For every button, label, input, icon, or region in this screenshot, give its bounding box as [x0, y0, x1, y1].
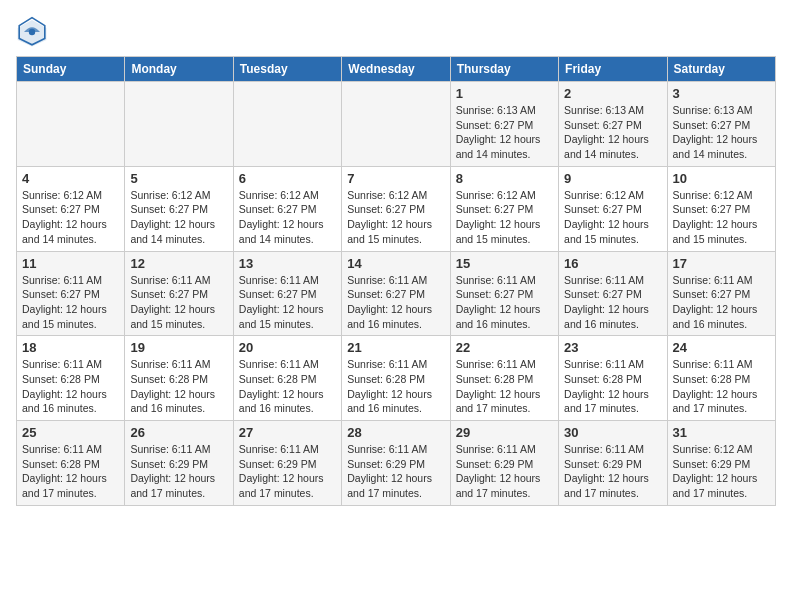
day-number: 18: [22, 340, 119, 355]
calendar-cell: [125, 82, 233, 167]
day-info: Sunrise: 6:12 AM Sunset: 6:27 PM Dayligh…: [347, 188, 444, 247]
day-info: Sunrise: 6:11 AM Sunset: 6:28 PM Dayligh…: [564, 357, 661, 416]
day-info: Sunrise: 6:12 AM Sunset: 6:27 PM Dayligh…: [22, 188, 119, 247]
calendar-cell: 15Sunrise: 6:11 AM Sunset: 6:27 PM Dayli…: [450, 251, 558, 336]
calendar-week-row: 18Sunrise: 6:11 AM Sunset: 6:28 PM Dayli…: [17, 336, 776, 421]
day-of-week-header: Saturday: [667, 57, 775, 82]
day-number: 7: [347, 171, 444, 186]
day-number: 2: [564, 86, 661, 101]
day-of-week-header: Monday: [125, 57, 233, 82]
calendar-cell: 6Sunrise: 6:12 AM Sunset: 6:27 PM Daylig…: [233, 166, 341, 251]
day-info: Sunrise: 6:11 AM Sunset: 6:28 PM Dayligh…: [456, 357, 553, 416]
day-number: 12: [130, 256, 227, 271]
calendar-cell: 7Sunrise: 6:12 AM Sunset: 6:27 PM Daylig…: [342, 166, 450, 251]
day-number: 27: [239, 425, 336, 440]
day-info: Sunrise: 6:11 AM Sunset: 6:28 PM Dayligh…: [673, 357, 770, 416]
calendar-cell: 14Sunrise: 6:11 AM Sunset: 6:27 PM Dayli…: [342, 251, 450, 336]
calendar-cell: 5Sunrise: 6:12 AM Sunset: 6:27 PM Daylig…: [125, 166, 233, 251]
day-info: Sunrise: 6:11 AM Sunset: 6:27 PM Dayligh…: [456, 273, 553, 332]
logo: [16, 16, 54, 48]
calendar-cell: 2Sunrise: 6:13 AM Sunset: 6:27 PM Daylig…: [559, 82, 667, 167]
page-header: [16, 16, 776, 48]
day-info: Sunrise: 6:11 AM Sunset: 6:28 PM Dayligh…: [22, 357, 119, 416]
calendar-cell: 22Sunrise: 6:11 AM Sunset: 6:28 PM Dayli…: [450, 336, 558, 421]
day-number: 1: [456, 86, 553, 101]
day-info: Sunrise: 6:11 AM Sunset: 6:29 PM Dayligh…: [564, 442, 661, 501]
day-number: 23: [564, 340, 661, 355]
day-info: Sunrise: 6:12 AM Sunset: 6:29 PM Dayligh…: [673, 442, 770, 501]
day-info: Sunrise: 6:11 AM Sunset: 6:27 PM Dayligh…: [130, 273, 227, 332]
calendar-cell: 20Sunrise: 6:11 AM Sunset: 6:28 PM Dayli…: [233, 336, 341, 421]
day-info: Sunrise: 6:11 AM Sunset: 6:27 PM Dayligh…: [673, 273, 770, 332]
day-info: Sunrise: 6:13 AM Sunset: 6:27 PM Dayligh…: [673, 103, 770, 162]
day-info: Sunrise: 6:12 AM Sunset: 6:27 PM Dayligh…: [239, 188, 336, 247]
calendar-cell: 30Sunrise: 6:11 AM Sunset: 6:29 PM Dayli…: [559, 421, 667, 506]
calendar-cell: 17Sunrise: 6:11 AM Sunset: 6:27 PM Dayli…: [667, 251, 775, 336]
day-number: 19: [130, 340, 227, 355]
calendar-cell: 3Sunrise: 6:13 AM Sunset: 6:27 PM Daylig…: [667, 82, 775, 167]
day-info: Sunrise: 6:11 AM Sunset: 6:29 PM Dayligh…: [130, 442, 227, 501]
day-number: 17: [673, 256, 770, 271]
day-number: 20: [239, 340, 336, 355]
day-info: Sunrise: 6:13 AM Sunset: 6:27 PM Dayligh…: [564, 103, 661, 162]
svg-point-2: [29, 29, 35, 35]
day-info: Sunrise: 6:11 AM Sunset: 6:28 PM Dayligh…: [239, 357, 336, 416]
day-info: Sunrise: 6:11 AM Sunset: 6:27 PM Dayligh…: [347, 273, 444, 332]
calendar-cell: 29Sunrise: 6:11 AM Sunset: 6:29 PM Dayli…: [450, 421, 558, 506]
calendar-cell: 24Sunrise: 6:11 AM Sunset: 6:28 PM Dayli…: [667, 336, 775, 421]
calendar-week-row: 1Sunrise: 6:13 AM Sunset: 6:27 PM Daylig…: [17, 82, 776, 167]
day-info: Sunrise: 6:11 AM Sunset: 6:29 PM Dayligh…: [347, 442, 444, 501]
calendar-week-row: 25Sunrise: 6:11 AM Sunset: 6:28 PM Dayli…: [17, 421, 776, 506]
calendar-cell: 18Sunrise: 6:11 AM Sunset: 6:28 PM Dayli…: [17, 336, 125, 421]
calendar-cell: 16Sunrise: 6:11 AM Sunset: 6:27 PM Dayli…: [559, 251, 667, 336]
day-of-week-header: Wednesday: [342, 57, 450, 82]
day-info: Sunrise: 6:11 AM Sunset: 6:28 PM Dayligh…: [347, 357, 444, 416]
day-number: 22: [456, 340, 553, 355]
calendar-week-row: 11Sunrise: 6:11 AM Sunset: 6:27 PM Dayli…: [17, 251, 776, 336]
calendar-cell: 31Sunrise: 6:12 AM Sunset: 6:29 PM Dayli…: [667, 421, 775, 506]
day-number: 30: [564, 425, 661, 440]
day-number: 31: [673, 425, 770, 440]
calendar-cell: [342, 82, 450, 167]
day-info: Sunrise: 6:13 AM Sunset: 6:27 PM Dayligh…: [456, 103, 553, 162]
calendar-cell: 13Sunrise: 6:11 AM Sunset: 6:27 PM Dayli…: [233, 251, 341, 336]
calendar-cell: 12Sunrise: 6:11 AM Sunset: 6:27 PM Dayli…: [125, 251, 233, 336]
day-info: Sunrise: 6:11 AM Sunset: 6:27 PM Dayligh…: [564, 273, 661, 332]
calendar-cell: 28Sunrise: 6:11 AM Sunset: 6:29 PM Dayli…: [342, 421, 450, 506]
day-of-week-header: Sunday: [17, 57, 125, 82]
calendar-cell: 27Sunrise: 6:11 AM Sunset: 6:29 PM Dayli…: [233, 421, 341, 506]
day-number: 3: [673, 86, 770, 101]
day-number: 6: [239, 171, 336, 186]
day-number: 29: [456, 425, 553, 440]
calendar-cell: 21Sunrise: 6:11 AM Sunset: 6:28 PM Dayli…: [342, 336, 450, 421]
day-number: 11: [22, 256, 119, 271]
day-info: Sunrise: 6:11 AM Sunset: 6:27 PM Dayligh…: [22, 273, 119, 332]
day-number: 10: [673, 171, 770, 186]
day-info: Sunrise: 6:12 AM Sunset: 6:27 PM Dayligh…: [456, 188, 553, 247]
day-number: 5: [130, 171, 227, 186]
day-info: Sunrise: 6:11 AM Sunset: 6:28 PM Dayligh…: [22, 442, 119, 501]
day-info: Sunrise: 6:12 AM Sunset: 6:27 PM Dayligh…: [564, 188, 661, 247]
calendar-cell: 11Sunrise: 6:11 AM Sunset: 6:27 PM Dayli…: [17, 251, 125, 336]
day-info: Sunrise: 6:11 AM Sunset: 6:29 PM Dayligh…: [239, 442, 336, 501]
calendar-header-row: SundayMondayTuesdayWednesdayThursdayFrid…: [17, 57, 776, 82]
calendar-cell: 8Sunrise: 6:12 AM Sunset: 6:27 PM Daylig…: [450, 166, 558, 251]
day-number: 9: [564, 171, 661, 186]
day-number: 24: [673, 340, 770, 355]
day-of-week-header: Tuesday: [233, 57, 341, 82]
calendar-cell: 1Sunrise: 6:13 AM Sunset: 6:27 PM Daylig…: [450, 82, 558, 167]
calendar-cell: 25Sunrise: 6:11 AM Sunset: 6:28 PM Dayli…: [17, 421, 125, 506]
day-info: Sunrise: 6:11 AM Sunset: 6:27 PM Dayligh…: [239, 273, 336, 332]
calendar-cell: 19Sunrise: 6:11 AM Sunset: 6:28 PM Dayli…: [125, 336, 233, 421]
calendar-cell: 23Sunrise: 6:11 AM Sunset: 6:28 PM Dayli…: [559, 336, 667, 421]
day-number: 26: [130, 425, 227, 440]
day-info: Sunrise: 6:11 AM Sunset: 6:29 PM Dayligh…: [456, 442, 553, 501]
calendar-week-row: 4Sunrise: 6:12 AM Sunset: 6:27 PM Daylig…: [17, 166, 776, 251]
day-number: 8: [456, 171, 553, 186]
day-info: Sunrise: 6:11 AM Sunset: 6:28 PM Dayligh…: [130, 357, 227, 416]
calendar-cell: [233, 82, 341, 167]
calendar-cell: 9Sunrise: 6:12 AM Sunset: 6:27 PM Daylig…: [559, 166, 667, 251]
logo-icon: [16, 16, 48, 48]
calendar-cell: 4Sunrise: 6:12 AM Sunset: 6:27 PM Daylig…: [17, 166, 125, 251]
day-number: 15: [456, 256, 553, 271]
